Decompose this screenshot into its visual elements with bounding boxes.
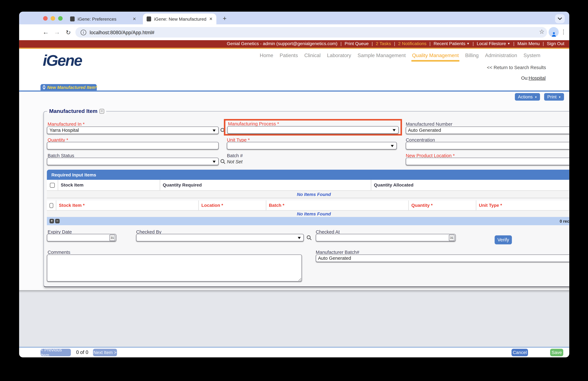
- actions-button[interactable]: Actions▼: [515, 93, 540, 101]
- zoom-window-button[interactable]: [58, 16, 63, 21]
- print-queue-link[interactable]: Print Queue: [345, 41, 369, 46]
- minimize-window-button[interactable]: [51, 16, 55, 21]
- manufactured-number-label: Manufactured Number: [406, 122, 452, 127]
- checked-at-input[interactable]: 31: [316, 234, 456, 241]
- screenshot-stage: iGene: Preferences ✕ iGene: New Manufact…: [0, 0, 588, 381]
- batch-status-select[interactable]: [47, 158, 219, 165]
- next-item-button[interactable]: Next Item >: [93, 349, 117, 356]
- column-header-unit-type: Unit Type *: [476, 201, 569, 210]
- nav-home[interactable]: Home: [260, 53, 273, 62]
- section-legend: Manufactured Item −: [47, 108, 106, 114]
- nav-administration[interactable]: Administration: [485, 53, 517, 62]
- site-info-icon[interactable]: i: [81, 29, 86, 35]
- no-items-found-text: No Items Found: [297, 192, 331, 197]
- print-button[interactable]: Print▼: [544, 93, 564, 101]
- nav-clinical[interactable]: Clinical: [304, 53, 320, 62]
- select-all-checkbox[interactable]: [49, 203, 53, 208]
- allocation-table-footer: + − 0 records: [47, 217, 569, 225]
- recent-patients-menu[interactable]: Recent Patients ▼: [434, 41, 470, 46]
- manufacturing-process-label: Manufacturing Process *: [228, 121, 279, 127]
- cancel-button[interactable]: Cancel: [511, 349, 528, 356]
- nav-quality-management[interactable]: Quality Management: [412, 53, 459, 62]
- main-menu-link[interactable]: Main Menu: [517, 41, 540, 46]
- manufacturing-process-select[interactable]: [227, 126, 399, 134]
- page-content: Actions▼ Print▼ Manufactured Item − Manu…: [19, 92, 569, 290]
- dropdown-arrow-icon: ▼: [558, 95, 561, 98]
- manufactured-number-input[interactable]: [406, 127, 569, 134]
- calendar-icon[interactable]: 31: [109, 235, 115, 241]
- comments-textarea[interactable]: [47, 254, 302, 282]
- browser-toolbar: ← → ↻ i localhost:8080/App/App.html# ☆ ⋮: [19, 24, 569, 40]
- tab-search-button[interactable]: [555, 14, 565, 23]
- window-controls: [43, 16, 63, 21]
- column-header-quantity-allocated: Quantity Allocated: [371, 180, 569, 190]
- section-title: Manufactured Item: [49, 108, 98, 114]
- manufactured-in-select[interactable]: Yarra Hospital: [47, 127, 219, 134]
- remove-row-button[interactable]: −: [55, 219, 60, 223]
- quantity-input[interactable]: [47, 142, 219, 149]
- page-actions-row: Actions▼ Print▼: [515, 93, 564, 101]
- previous-item-button[interactable]: < Previous Item: [41, 349, 71, 356]
- close-tab-icon[interactable]: ✕: [209, 17, 213, 22]
- browser-profile-avatar[interactable]: [549, 27, 559, 37]
- tab-title: iGene: Preferences: [78, 16, 130, 22]
- column-header-quantity: Quantity *: [409, 201, 476, 210]
- main-navigation: Home Patients Clinical Laboratory Sample…: [260, 53, 540, 62]
- column-header-quantity-required: Quantity Required: [160, 180, 371, 190]
- column-header-stock-item: Stock Item *: [56, 201, 199, 210]
- nav-billing[interactable]: Billing: [465, 53, 479, 62]
- tasks-link[interactable]: 2 Tasks: [376, 41, 391, 46]
- dropdown-arrow-icon: ▼: [534, 95, 537, 98]
- reload-button[interactable]: ↻: [63, 29, 74, 36]
- bookmark-star-icon[interactable]: ☆: [539, 29, 545, 35]
- batch-status-search-icon[interactable]: [220, 159, 226, 164]
- ou-hospital-link[interactable]: Hospital: [529, 75, 546, 81]
- manufacturer-batch-input[interactable]: [316, 254, 569, 262]
- browser-window: iGene: Preferences ✕ iGene: New Manufact…: [19, 12, 569, 358]
- manufacturing-process-highlight: Manufacturing Process *: [224, 119, 402, 135]
- checked-by-search-icon[interactable]: [306, 235, 312, 241]
- browser-tab-new-manufactured-item[interactable]: iGene: New Manufactured Ite ✕: [143, 13, 216, 24]
- verify-button[interactable]: Verify: [495, 235, 512, 245]
- browser-tab-preferences[interactable]: iGene: Preferences ✕: [66, 13, 140, 24]
- igene-logo[interactable]: iGene: [43, 52, 82, 69]
- document-tab-new-manufactured-item[interactable]: ✕ New Manufactured Item*: [41, 84, 97, 90]
- nav-patients[interactable]: Patients: [280, 53, 298, 62]
- column-header-batch: Batch *: [266, 201, 409, 210]
- chevron-down-icon: [558, 17, 562, 20]
- column-header-location: Location *: [199, 201, 266, 210]
- nav-system[interactable]: System: [524, 53, 540, 62]
- browser-menu-icon[interactable]: ⋮: [561, 28, 566, 35]
- forward-button[interactable]: →: [51, 28, 63, 36]
- new-tab-button[interactable]: +: [220, 15, 229, 23]
- close-document-tab-icon[interactable]: ✕: [43, 85, 45, 90]
- select-all-checkbox[interactable]: [50, 183, 55, 188]
- return-to-search-results-link[interactable]: << Return to Search Results: [487, 65, 546, 70]
- nav-laboratory[interactable]: Laboratory: [327, 53, 351, 62]
- calendar-icon[interactable]: 31: [449, 235, 454, 241]
- unit-type-select[interactable]: [227, 142, 397, 149]
- dropdown-arrow-icon: ▼: [507, 42, 510, 45]
- local-filestore-menu[interactable]: Local Filestore ▼: [477, 41, 510, 46]
- document-tab-row: ✕ New Manufactured Item*: [19, 84, 569, 90]
- sign-out-link[interactable]: Sign Out: [547, 41, 565, 46]
- close-tab-icon[interactable]: ✕: [133, 17, 136, 22]
- notifications-link[interactable]: 2 Notifications: [398, 41, 426, 46]
- back-button[interactable]: ←: [40, 28, 51, 36]
- column-header-stock-item: Stock Item: [58, 180, 160, 190]
- add-row-button[interactable]: +: [49, 219, 54, 223]
- person-icon: [551, 31, 557, 37]
- address-bar[interactable]: i localhost:8080/App/App.html#: [75, 27, 547, 38]
- site-header: iGene Home Patients Clinical Laboratory …: [19, 49, 569, 84]
- manufactured-item-section: Manufactured Item − Manufactured In * Ya…: [43, 111, 569, 287]
- concentration-input[interactable]: [406, 142, 569, 149]
- expiry-date-input[interactable]: 31: [47, 234, 116, 241]
- nav-sample-management[interactable]: Sample Management: [357, 53, 406, 62]
- allocation-table: Stock Item * Location * Batch * Quantity…: [47, 201, 569, 217]
- app-top-bar: Genial Genetics - admin (support@genialg…: [19, 40, 569, 49]
- save-button[interactable]: Save: [550, 349, 563, 356]
- close-window-button[interactable]: [43, 16, 48, 21]
- checked-by-select[interactable]: [136, 234, 304, 241]
- new-product-location-select[interactable]: [406, 158, 569, 165]
- collapse-section-button[interactable]: −: [99, 109, 104, 113]
